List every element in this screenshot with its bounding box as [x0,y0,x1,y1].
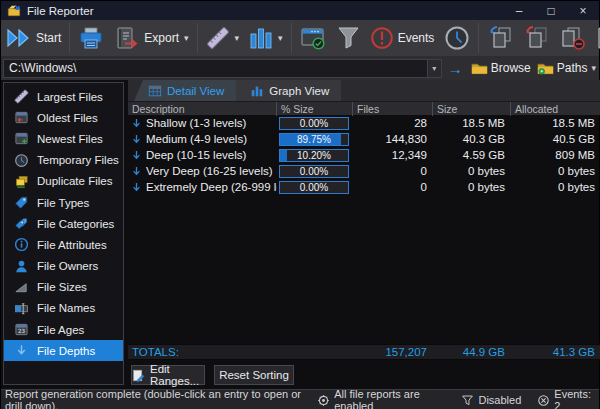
table-row-medium[interactable]: Medium (4-9 levels) 89.75% 144,830 40.3 … [128,131,600,147]
toolbar-separator [291,23,292,53]
row-files: 144,830 [353,131,433,147]
totals-label: TOTALS: [128,345,277,359]
chart-view-button[interactable]: ▾ [244,22,288,54]
sidebar-item-newest-files[interactable]: Newest Files [4,128,123,149]
address-bar: C:\Windows\ ▾ → Browse Paths ▾ [1,56,599,80]
status-events[interactable]: Events: 2 [537,388,593,409]
size-ramp-icon [14,280,29,295]
maximize-button[interactable]: □ [535,1,567,20]
row-description: Shallow (1-3 levels) [146,117,246,129]
status-filter[interactable]: Disabled [461,394,521,407]
print-button[interactable] [73,22,109,54]
down-arrow-icon [130,117,143,130]
minimize-button[interactable]: – [503,1,535,20]
sidebar-item-oldest-files[interactable]: Oldest Files [4,107,123,128]
funnel-icon [461,394,474,407]
move-report-button[interactable] [518,22,554,54]
sidebar-item-file-types[interactable]: File Types [4,192,123,213]
report-ranges-button[interactable]: ▾ [201,22,245,54]
export-icon [114,26,140,50]
file-zip-icon [596,26,600,50]
sidebar-item-file-attributes[interactable]: File Attributes [4,234,123,255]
paths-button[interactable]: Paths ▾ [534,60,599,76]
table-row-extremely-deep[interactable]: Extremely Deep (26-999 levels) 0.00% 0 0… [128,179,600,195]
copy-files-red-icon [523,26,549,50]
calendar-23-icon: 23 [14,322,29,337]
export-button[interactable]: Export ▾ [109,22,193,54]
main-area: Largest Files Oldest Files Newest Files … [1,80,599,389]
toolbar: Start Export ▾ ▾ ▾ [1,20,599,56]
row-size: 0 bytes [433,179,511,195]
table-row-shallow[interactable]: Shallow (1-3 levels) 0.00% 28 18.5 MB 18… [128,115,600,131]
rename-icon [14,301,29,316]
app-icon [7,4,21,17]
file-reporter-window: File Reporter – □ × Start Export ▾ [0,0,600,409]
person-icon [14,259,29,274]
percent-bar: 0.00% [279,181,349,194]
reset-sorting-button[interactable]: Reset Sorting [214,365,294,385]
report-window-button[interactable] [295,22,332,54]
schedule-button[interactable] [439,22,475,54]
tags-icon [14,216,29,231]
tab-detail-view[interactable]: Detail View [134,80,236,101]
circle-x-icon [537,394,550,407]
status-reports[interactable]: All file reports are enabled [317,388,445,409]
info-icon [14,237,29,252]
start-button[interactable]: Start [1,22,66,54]
window-title: File Reporter [27,5,93,17]
footer-buttons: Edit Ranges... Reset Sorting [128,365,600,387]
bar-chart-icon [249,26,273,50]
ruler-icon [14,89,29,104]
down-arrow-icon [14,343,29,358]
paths-dropdown-arrow: ▾ [591,63,596,73]
folder-gear-icon [537,61,554,75]
delete-report-button[interactable] [554,22,591,54]
column-header-pct-size[interactable]: % Size [277,102,353,116]
column-header-size[interactable]: Size [433,102,511,116]
archive-report-button[interactable] [591,22,600,54]
row-size: 40.3 GB [433,131,511,147]
sidebar-item-file-depths[interactable]: File Depths [4,340,123,361]
down-arrow-icon [130,133,143,146]
sidebar-item-temporary-files[interactable]: Temporary Files [4,150,123,171]
totals-row: TOTALS: 157,207 44.9 GB 41.3 GB [128,344,600,360]
path-input[interactable]: C:\Windows\ [4,61,427,75]
browse-button[interactable]: Browse [468,60,534,76]
row-allocated: 40.5 GB [511,131,600,147]
path-dropdown-button[interactable]: ▾ [427,60,441,77]
toolbar-separator [197,23,198,53]
row-size: 4.59 GB [433,147,511,163]
sidebar-item-largest-files[interactable]: Largest Files [4,86,123,107]
totals-files: 157,207 [353,345,433,359]
events-button[interactable]: Events [365,22,440,54]
row-allocated: 0 bytes [511,163,600,179]
go-arrow-button[interactable]: → [448,60,463,77]
table-body: Shallow (1-3 levels) 0.00% 28 18.5 MB 18… [128,115,600,195]
table-row-deep[interactable]: Deep (10-15 levels) 10.20% 12,349 4.59 G… [128,147,600,163]
sidebar-item-file-categories[interactable]: File Categories [4,213,123,234]
tag-icon [14,195,29,210]
table-row-very-deep[interactable]: Very Deep (16-25 levels) 0.00% 0 0 bytes… [128,163,600,179]
sidebar-item-file-sizes[interactable]: File Sizes [4,277,123,298]
path-combobox[interactable]: C:\Windows\ ▾ [3,59,442,78]
row-description: Extremely Deep (26-999 levels) [146,181,277,193]
filter-button[interactable] [332,22,365,54]
clock-icon [444,25,470,51]
calendar-back-icon [14,110,29,125]
clock-icon [14,153,29,168]
column-header-description[interactable]: Description [128,102,277,116]
sidebar-item-file-ages[interactable]: 23 File Ages [4,319,123,340]
ruler-dropdown-arrow: ▾ [235,33,240,43]
column-header-allocated[interactable]: Allocated [511,102,600,116]
row-allocated: 18.5 MB [511,115,600,131]
close-button[interactable]: × [567,1,599,20]
table-header: Description % Size Files Size Allocated [128,101,600,115]
sidebar-item-file-names[interactable]: File Names [4,298,123,319]
tab-graph-view[interactable]: Graph View [236,80,341,101]
copy-report-button[interactable] [482,22,518,54]
column-header-files[interactable]: Files [353,102,433,116]
sidebar-item-file-owners[interactable]: File Owners [4,256,123,277]
sidebar-item-duplicate-files[interactable]: Duplicate Files [4,171,123,192]
calendar-plus-icon [14,131,29,146]
edit-ranges-button[interactable]: Edit Ranges... [131,365,205,385]
